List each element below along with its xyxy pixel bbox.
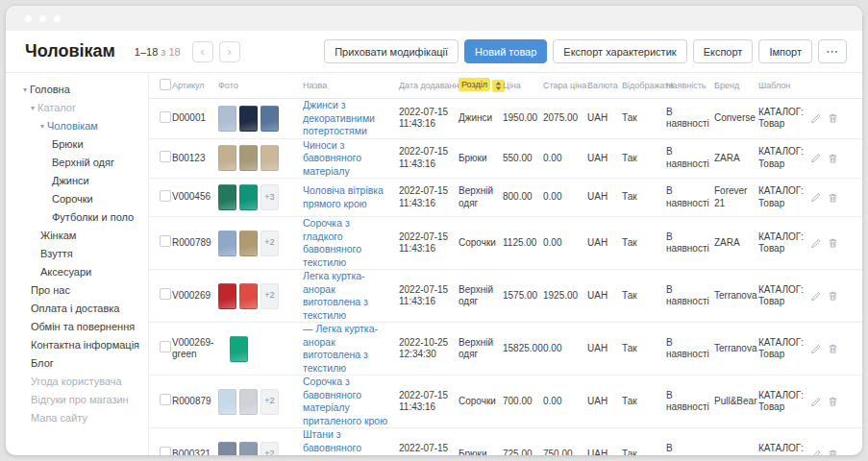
sidebar-item[interactable]: ▾ Каталог	[21, 99, 144, 117]
product-name-link[interactable]: Джинси з декоративними потертостями	[303, 99, 375, 136]
edit-icon[interactable]	[810, 113, 821, 124]
column-header-date[interactable]: Дата додавання	[399, 81, 459, 90]
row-checkbox[interactable]	[160, 447, 171, 455]
table-row: V000269-green — Легка куртка-анорак виго…	[149, 323, 862, 376]
more-photos-badge[interactable]: +2	[260, 230, 279, 256]
table-row: B000321 +2 Штани з бавовняного матеріалу…	[149, 428, 862, 455]
row-checkbox[interactable]	[160, 341, 171, 352]
more-photos-badge[interactable]: +2	[260, 442, 279, 456]
hide-modifications-button[interactable]: Приховати модифікації	[324, 39, 459, 63]
sidebar-item[interactable]: Відгуки про магазин	[21, 391, 144, 409]
more-actions-button[interactable]: ⋯	[818, 39, 847, 63]
column-header-display[interactable]: Відображати	[622, 81, 666, 90]
sidebar-item[interactable]: Верхній одяг	[21, 154, 144, 172]
column-header-old_price[interactable]: Стара ціна	[543, 81, 587, 90]
edit-icon[interactable]	[810, 291, 821, 302]
column-header-photo[interactable]: Фото	[218, 81, 303, 90]
product-old-price: 2075.00	[543, 112, 587, 125]
delete-icon[interactable]	[828, 112, 838, 124]
product-photo	[218, 106, 236, 132]
sidebar-item[interactable]: Аксесуари	[21, 263, 144, 281]
sidebar-item-label: Сорочки	[52, 190, 93, 208]
delete-icon[interactable]	[828, 343, 838, 354]
more-photos-badge[interactable]: +3	[260, 184, 279, 210]
row-checkbox[interactable]	[160, 111, 171, 123]
product-name-cell: Сорочка з бавовняного матеріалу притален…	[303, 376, 399, 427]
sidebar-item[interactable]: Про нас	[21, 281, 144, 300]
row-checkbox[interactable]	[160, 394, 171, 405]
sidebar-item[interactable]: Взуття	[21, 245, 144, 263]
pagination: 1–18 з 18	[135, 46, 181, 58]
page-title: Чоловікам	[25, 41, 115, 61]
column-header-template[interactable]: Шаблон	[758, 81, 810, 90]
edit-icon[interactable]	[810, 192, 821, 203]
product-name-link[interactable]: Сорочка з бавовняного матеріалу притален…	[303, 376, 387, 426]
sidebar-item[interactable]: Угода користувача	[21, 373, 144, 391]
edit-icon[interactable]	[810, 344, 821, 354]
prev-page-button[interactable]: ‹	[192, 41, 213, 62]
row-actions	[810, 153, 849, 164]
edit-icon[interactable]	[810, 238, 821, 249]
export-characteristics-button[interactable]: Експорт характеристик	[553, 39, 686, 63]
sidebar-item[interactable]: Сорочки	[21, 190, 144, 208]
table-header-row: АртикулФотоНазваДата додаванняРозділЦіна…	[149, 73, 862, 99]
sidebar-item[interactable]: Жінкам	[21, 227, 144, 245]
window-dot-icon[interactable]	[25, 15, 32, 22]
product-date: 2022-07-15 11:43:16	[399, 443, 459, 456]
select-all-checkbox[interactable]	[160, 79, 171, 90]
window-dot-icon[interactable]	[39, 15, 46, 22]
product-sku: B00123	[172, 153, 218, 165]
delete-icon[interactable]	[828, 396, 838, 407]
sidebar-item[interactable]: Обмін та повернення	[21, 318, 144, 336]
product-section: Верхній одяг	[459, 185, 503, 209]
product-name-link[interactable]: Сорочка з гладкого бавовняного текстилю	[303, 217, 361, 268]
product-name-link[interactable]: Чиноси з бавовняного матеріалу	[303, 139, 361, 177]
product-name-link[interactable]: Чоловіча вітрівка прямого крою	[303, 184, 384, 209]
product-name-link[interactable]: — Легка куртка-анорак виготовлена з текс…	[303, 323, 378, 374]
delete-icon[interactable]	[828, 237, 838, 249]
import-button[interactable]: Імпорт	[758, 39, 812, 63]
row-checkbox[interactable]	[160, 190, 171, 202]
product-photo	[239, 145, 258, 171]
edit-icon[interactable]	[810, 397, 821, 407]
row-checkbox[interactable]	[160, 235, 171, 247]
product-name-link[interactable]: Легка куртка-анорак виготовлена з тексти…	[303, 270, 368, 321]
more-photos-badge[interactable]: +2	[260, 389, 279, 415]
edit-icon[interactable]	[810, 449, 821, 456]
delete-icon[interactable]	[828, 449, 838, 455]
row-actions	[810, 449, 849, 455]
product-name-link[interactable]: Штани з бавовняного матеріалу прямого кр…	[303, 428, 390, 455]
sidebar-item[interactable]: Футболки и поло	[21, 208, 144, 227]
sidebar-item[interactable]: Мапа сайту	[21, 409, 144, 427]
column-header-name[interactable]: Назва	[303, 81, 399, 90]
row-checkbox[interactable]	[160, 288, 171, 300]
delete-icon[interactable]	[828, 153, 838, 164]
column-header-price[interactable]: Ціна	[503, 81, 543, 90]
sidebar-item[interactable]: ▾ Головна	[21, 81, 144, 99]
product-photos	[218, 145, 303, 171]
delete-icon[interactable]	[828, 192, 838, 204]
column-header-availability[interactable]: Наявність	[666, 81, 714, 90]
column-header-currency[interactable]: Валюта	[587, 81, 622, 90]
sidebar-item[interactable]: Джинси	[21, 172, 144, 190]
sidebar-item[interactable]: Брюки	[21, 135, 144, 154]
product-name-cell: Чоловіча вітрівка прямого крою	[303, 184, 399, 210]
sidebar-item[interactable]: Контактна інформація	[21, 336, 144, 354]
export-button[interactable]: Експорт	[693, 39, 754, 63]
sidebar-item-label: Контактна інформація	[31, 336, 139, 354]
column-header-brand[interactable]: Бренд	[714, 81, 758, 90]
new-product-button[interactable]: Новий товар	[464, 39, 547, 63]
sidebar-item[interactable]: Блог	[21, 354, 144, 373]
product-old-price: 0.00	[543, 191, 587, 204]
column-header-sku[interactable]: Артикул	[172, 81, 218, 90]
row-checkbox[interactable]	[160, 151, 171, 162]
edit-icon[interactable]	[810, 153, 821, 163]
window-dot-icon[interactable]	[54, 15, 61, 22]
sidebar-item-label: Обмін та повернення	[31, 318, 135, 336]
sidebar-item[interactable]: ▾ Чоловікам	[21, 117, 144, 135]
next-page-button[interactable]: ›	[219, 41, 240, 62]
more-photos-badge[interactable]: +2	[260, 283, 279, 309]
column-header-section[interactable]: Розділ	[459, 80, 503, 92]
sidebar-item[interactable]: Оплата і доставка	[21, 300, 144, 318]
delete-icon[interactable]	[828, 290, 838, 302]
